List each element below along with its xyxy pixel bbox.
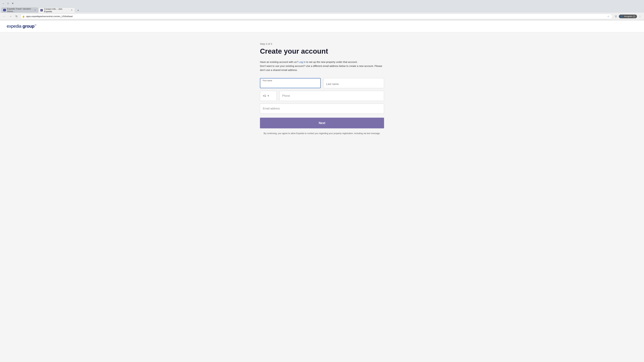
email-field-wrapper[interactable] <box>260 104 384 114</box>
log-in-link[interactable]: Log in <box>299 60 306 63</box>
address-bar-actions: ☆ <box>606 14 610 18</box>
close-button[interactable]: ✕ <box>12 2 14 5</box>
incognito-button[interactable]: 👤 Incognito (2) <box>619 14 637 18</box>
reload-button[interactable]: ↻ <box>14 14 19 19</box>
chevron-down-icon: ▼ <box>267 95 269 97</box>
incognito-icon: 👤 <box>620 15 623 17</box>
tab-1-close[interactable]: ✕ <box>34 9 36 11</box>
name-row: First name <box>260 78 384 88</box>
phone-code-value: +1 <box>263 94 266 97</box>
reader-mode-icon[interactable]: ☷ <box>614 14 618 18</box>
phone-code-select[interactable]: +1 ▼ <box>260 91 277 101</box>
tab-2-close[interactable]: ✕ <box>70 9 73 11</box>
address-bar[interactable]: 🔒 apps.expediapartnercentral.com/en_US/l… <box>20 14 612 19</box>
browser-actions: ☷ 👤 Incognito (2) ⋮ <box>614 14 642 18</box>
tab-bar: E Expedia Travel: Vacation Home... ✕ C C… <box>0 7 644 13</box>
tab-1[interactable]: E Expedia Travel: Vacation Home... ✕ <box>1 7 38 13</box>
page-title: Create your account <box>260 47 384 55</box>
first-name-input[interactable] <box>260 78 321 88</box>
minimize-button[interactable]: – <box>2 2 5 5</box>
browser-chrome: – □ ✕ E Expedia Travel: Vacation Home...… <box>0 0 644 20</box>
tab-1-label: Expedia Travel: Vacation Home... <box>7 7 33 12</box>
expedia-logo: expedia group™ <box>7 24 637 29</box>
disclaimer: By continuing, you agree to allow Expedi… <box>260 132 384 135</box>
window-controls: – □ ✕ <box>2 2 14 5</box>
last-name-input[interactable] <box>323 78 384 88</box>
address-bar-row: ← → ↻ 🔒 apps.expediapartnercentral.com/e… <box>0 13 644 20</box>
phone-input[interactable] <box>280 91 384 101</box>
last-name-field[interactable] <box>323 78 384 88</box>
page-content: expedia group™ Step 3 of 3 Create your a… <box>0 20 644 362</box>
maximize-button[interactable]: □ <box>7 2 10 5</box>
account-info-line2: Don't want to use your existing account?… <box>260 64 384 72</box>
forward-button[interactable]: → <box>8 14 13 19</box>
account-info: Have an existing account with us? Log in… <box>260 60 384 72</box>
email-input[interactable] <box>260 104 384 114</box>
new-tab-button[interactable]: + <box>76 8 80 13</box>
tab-favicon-1: E <box>3 9 6 11</box>
back-button[interactable]: ← <box>2 14 7 19</box>
site-header: expedia group™ <box>0 20 644 32</box>
title-bar: – □ ✕ <box>0 0 644 7</box>
phone-input-wrapper[interactable] <box>280 91 384 101</box>
next-button[interactable]: Next <box>260 118 384 128</box>
account-info-line1: Have an existing account with us? Log in… <box>260 60 384 64</box>
phone-row: +1 ▼ <box>260 91 384 101</box>
tab-favicon-2: C <box>40 9 43 11</box>
main-container: Step 3 of 3 Create your account Have an … <box>256 32 388 145</box>
tab-2[interactable]: C Contact Info – Join Expedia ✕ <box>38 7 75 13</box>
lock-icon: 🔒 <box>22 15 25 17</box>
tab-2-label: Contact Info – Join Expedia <box>44 8 69 13</box>
incognito-label: Incognito (2) <box>624 15 635 17</box>
first-name-field[interactable]: First name <box>260 78 321 88</box>
more-options-icon[interactable]: ⋮ <box>638 14 642 18</box>
step-indicator: Step 3 of 3 <box>260 42 384 45</box>
bookmark-icon[interactable]: ☆ <box>606 14 610 18</box>
address-text: apps.expediapartnercentral.com/en_US/lis… <box>26 15 605 17</box>
